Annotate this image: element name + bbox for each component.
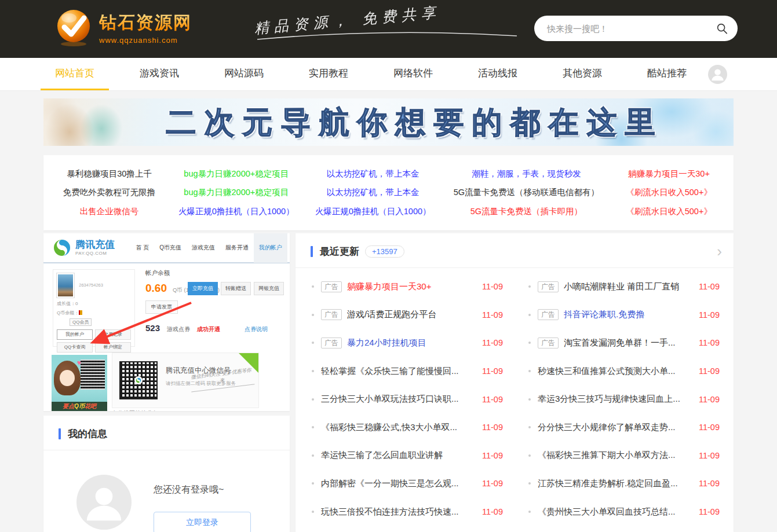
article-link[interactable]: 游戏/话费正规跑分平台 — [347, 309, 475, 320]
quick-link[interactable]: 以太坊挖矿机，带上本金 — [302, 187, 444, 198]
article-link[interactable]: 内部解密《一分一期快三是怎么观... — [321, 478, 475, 489]
article-date: 11-09 — [482, 451, 503, 460]
list-item[interactable]: 内部解密《一分一期快三是怎么观...11-09 — [312, 469, 503, 498]
quick-link[interactable]: 5G流量卡免费送（插卡即用） — [444, 206, 609, 217]
chevron-right-icon[interactable]: › — [717, 244, 722, 259]
article-link[interactable]: 小嘀咕潮牌鞋业 莆田工厂直销 — [564, 281, 692, 292]
article-link[interactable]: 躺赚暴力项目一天30+ — [347, 281, 475, 292]
list-item[interactable]: 三分快三大小单双玩法技巧口诀职...11-09 — [312, 385, 503, 413]
article-link[interactable]: 秒速快三和值推算公式预测大小单... — [538, 366, 692, 377]
article-link[interactable]: 分分快三大小规律你了解单双走势... — [538, 422, 692, 433]
list-item[interactable]: 广告抖音评论兼职.免费撸11-09 — [528, 301, 720, 329]
tencent-logo-title: 腾讯充值 — [75, 240, 115, 251]
search-input[interactable] — [547, 24, 716, 34]
bullet-icon — [312, 370, 314, 372]
article-link[interactable]: 暴力24小时挂机项目 — [347, 337, 475, 348]
quick-link[interactable]: 躺赚暴力项目一天30+ — [609, 168, 729, 179]
bullet-icon — [528, 482, 531, 485]
section-accent-bar — [59, 428, 61, 439]
article-link[interactable]: 轻松掌握《众乐快三输了能慢慢回... — [321, 366, 475, 377]
list-item[interactable]: 《贵州快三大小单双回血技巧总结...11-09 — [528, 498, 720, 526]
quick-link[interactable]: 《刷流水日收入500+》 — [609, 206, 729, 217]
tencent-invoice-button: 申请发票 — [145, 300, 178, 314]
tencent-transfer-button: 转账赠送 — [221, 282, 251, 295]
quick-link[interactable]: bug暴力日赚2000+稳定项目 — [170, 168, 302, 179]
article-link[interactable]: 江苏快三精准走势解析.稳定回血盈... — [538, 478, 692, 489]
bullet-icon — [528, 342, 531, 344]
ad-badge: 广告 — [538, 309, 559, 320]
list-item[interactable]: 玩快三倍投不怕连挂方法技巧快速...11-09 — [312, 498, 503, 526]
quick-link[interactable]: 以太坊挖矿机，带上本金 — [302, 168, 444, 179]
list-item[interactable]: 秒速快三和值推算公式预测大小单...11-09 — [528, 357, 720, 386]
nav-item-1[interactable]: 游戏资讯 — [125, 58, 194, 90]
search-icon[interactable] — [716, 22, 728, 35]
bullet-icon — [312, 285, 314, 288]
list-item[interactable]: 《福彩快三稳赚公式,快3大小单双...11-09 — [312, 413, 503, 442]
list-item[interactable]: 幸运快三输了怎么回血职业讲解11-09 — [312, 442, 503, 470]
quick-link[interactable]: 火爆正规0撸挂机（日入1000） — [170, 206, 302, 217]
article-date: 11-09 — [699, 282, 720, 291]
nav-item-0[interactable]: 网站首页 — [41, 58, 109, 90]
nav-item-5[interactable]: 活动线报 — [464, 58, 532, 90]
tencent-qb-label: Q币余额： — [57, 310, 79, 315]
login-button[interactable]: 立即登录 — [154, 512, 251, 532]
article-link[interactable]: 《福彩快三推算下期大小单双方法... — [538, 450, 692, 461]
quick-link[interactable]: 潮鞋，潮服，手表，现货秒发 — [444, 168, 609, 179]
nav-item-7[interactable]: 酷站推荐 — [633, 58, 701, 90]
list-item[interactable]: 分分快三大小规律你了解单双走势...11-09 — [528, 413, 720, 442]
article-link[interactable]: 幸运3分快三技巧与规律快速回血上... — [538, 394, 692, 405]
quick-link[interactable]: 5G流量卡免费送（移动联通电信都有） — [444, 187, 609, 198]
user-avatar-icon[interactable] — [708, 65, 727, 84]
quick-link[interactable]: 火爆正规0撸挂机（日入1000） — [302, 206, 444, 217]
article-link[interactable]: 幸运快三输了怎么回血职业讲解 — [321, 450, 475, 461]
list-item[interactable]: 江苏快三精准走势解析.稳定回血盈...11-09 — [528, 469, 720, 498]
list-item[interactable]: 广告躺赚暴力项目一天30+11-09 — [312, 273, 503, 301]
article-link[interactable]: 《福彩快三稳赚公式,快3大小单双... — [321, 422, 475, 433]
search-box[interactable] — [534, 16, 738, 41]
article-date: 11-09 — [482, 423, 503, 432]
hero-banner[interactable]: 二次元导航你想要的都在这里 — [43, 98, 734, 146]
nav-item-3[interactable]: 实用教程 — [294, 58, 363, 90]
banner-title: 二次元导航你想要的都在这里 — [43, 98, 734, 146]
tencent-points-label: 游戏点券 — [167, 325, 190, 333]
tencent-nav-service: 服务开通 — [220, 233, 254, 263]
site-logo[interactable]: 钻石资源网 www.qqzuanshi.com — [55, 9, 192, 47]
bullet-icon — [528, 454, 531, 457]
bullet-icon — [312, 314, 314, 316]
tencent-growth: 成长值：0 — [57, 300, 131, 307]
green-corner-ribbon — [239, 353, 258, 373]
tencent-recharge-screenshot[interactable]: 腾讯充值 PAY.QQ.COM 首 页 Q币充值 游戏充值 服务开通 我的帐户 … — [43, 233, 290, 411]
ad-badge: 广告 — [321, 309, 342, 320]
list-item[interactable]: 广告游戏/话费正规跑分平台11-09 — [312, 301, 503, 329]
tencent-sidebar-panel: 2634754263 成长值：0 Q币余额： QQ会员 我的帐户 交易记录 QQ… — [53, 269, 135, 347]
quick-link[interactable]: 暴利稳赚项目30撸上千 — [48, 168, 170, 179]
article-date: 11-09 — [699, 366, 720, 376]
bullet-icon — [528, 314, 531, 316]
update-count-badge: +13597 — [365, 245, 404, 258]
list-item[interactable]: 广告小嘀咕潮牌鞋业 莆田工厂直销11-09 — [528, 273, 720, 301]
article-link[interactable]: 淘宝首发漏洞免单群！一手... — [564, 337, 692, 348]
tencent-header: 腾讯充值 PAY.QQ.COM 首 页 Q币充值 游戏充值 服务开通 我的帐户 — [43, 233, 290, 263]
quick-link[interactable]: 出售企业微信号 — [48, 206, 170, 217]
quick-link[interactable]: bug暴力日赚2000+稳定项目 — [170, 187, 302, 198]
article-date: 11-09 — [699, 338, 720, 347]
nav-item-2[interactable]: 网站源码 — [210, 58, 278, 90]
article-date: 11-09 — [482, 395, 503, 404]
nav-item-4[interactable]: 网络软件 — [379, 58, 447, 90]
list-item[interactable]: 《福彩快三推算下期大小单双方法...11-09 — [528, 442, 720, 470]
quick-link[interactable]: 《刷流水日收入500+》 — [609, 187, 729, 198]
article-link[interactable]: 抖音评论兼职.免费撸 — [564, 309, 692, 320]
article-date: 11-09 — [482, 507, 503, 516]
article-link[interactable]: 玩快三倍投不怕连挂方法技巧快速... — [321, 507, 475, 518]
site-title: 钻石资源网 — [99, 11, 192, 35]
list-item[interactable]: 轻松掌握《众乐快三输了能慢慢回...11-09 — [312, 357, 503, 386]
article-date: 11-09 — [482, 282, 503, 291]
wechat-qr-code — [119, 361, 158, 399]
quick-link[interactable]: 免费吃外卖教程可无限撸 — [48, 187, 170, 198]
list-item[interactable]: 广告淘宝首发漏洞免单群！一手...11-09 — [528, 329, 720, 357]
article-link[interactable]: 《贵州快三大小单双回血技巧总结... — [538, 507, 692, 518]
article-link[interactable]: 三分快三大小单双玩法技巧口诀职... — [321, 394, 475, 405]
list-item[interactable]: 幸运3分快三技巧与规律快速回血上...11-09 — [528, 385, 720, 413]
list-item[interactable]: 广告暴力24小时挂机项目11-09 — [312, 329, 503, 357]
nav-item-6[interactable]: 其他资源 — [548, 58, 617, 90]
